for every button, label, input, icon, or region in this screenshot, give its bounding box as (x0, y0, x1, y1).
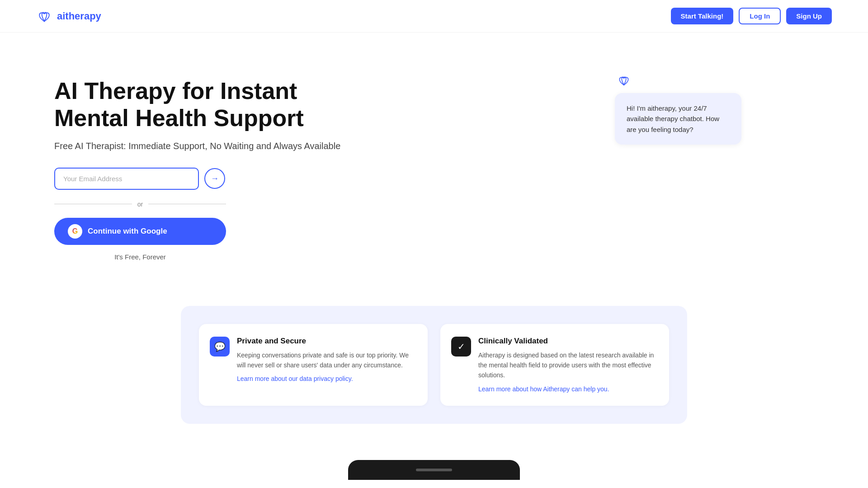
chat-bubble: Hi! I'm aitherapy, your 24/7 available t… (615, 93, 741, 145)
chat-preview: Hi! I'm aitherapy, your 24/7 available t… (615, 69, 741, 145)
phone-notch (416, 469, 452, 471)
or-divider: or (54, 201, 226, 208)
shield-chat-icon: 💬 (214, 341, 226, 352)
google-signin-button[interactable]: G Continue with Google (54, 218, 226, 245)
feature-clinical-content: ✓ Clinically Validated Aitherapy is desi… (451, 337, 658, 393)
arrow-right-icon: → (211, 174, 219, 183)
feature-card-private: 💬 Private and Secure Keeping conversatio… (199, 324, 428, 406)
feature-clinical-link[interactable]: Learn more about how Aitherapy can help … (478, 385, 609, 393)
feature-card-clinical: ✓ Clinically Validated Aitherapy is desi… (440, 324, 669, 406)
features-section: 💬 Private and Secure Keeping conversatio… (0, 288, 868, 451)
feature-private-desc: Keeping conversations private and safe i… (237, 350, 417, 371)
checkmark-icon: ✓ (458, 341, 465, 352)
signup-button[interactable]: Sign Up (786, 8, 832, 24)
email-input[interactable] (54, 168, 199, 190)
login-button[interactable]: Log In (739, 8, 781, 24)
hero-title: AI Therapy for Instant Mental Health Sup… (54, 78, 371, 132)
chat-lotus-icon (617, 73, 631, 88)
feature-private-content: 💬 Private and Secure Keeping conversatio… (210, 337, 417, 383)
hero-section: AI Therapy for Instant Mental Health Sup… (0, 33, 868, 288)
phone-bar (348, 460, 520, 480)
feature-clinical-title: Clinically Validated (478, 337, 658, 346)
features-container: 💬 Private and Secure Keeping conversatio… (181, 306, 687, 424)
free-label: It's Free, Forever (54, 253, 226, 261)
feature-private-link[interactable]: Learn more about our data privacy policy… (237, 375, 353, 382)
start-talking-button[interactable]: Start Talking! (671, 8, 734, 24)
feature-clinical-text: Clinically Validated Aitherapy is design… (478, 337, 658, 393)
google-icon: G (68, 224, 82, 239)
feature-clinical-desc: Aitherapy is designed based on the lates… (478, 350, 658, 380)
svg-point-1 (623, 84, 624, 85)
chat-message: Hi! I'm aitherapy, your 24/7 available t… (627, 104, 719, 133)
svg-point-0 (43, 20, 45, 22)
google-btn-label: Continue with Google (88, 227, 167, 236)
divider-line-right (148, 204, 226, 204)
header: aitherapy Start Talking! Log In Sign Up (0, 0, 868, 33)
logo-text: aitherapy (57, 10, 101, 22)
header-buttons: Start Talking! Log In Sign Up (671, 8, 832, 24)
private-icon-box: 💬 (210, 337, 230, 357)
hero-subtitle: Free AI Therapist: Immediate Support, No… (54, 141, 371, 151)
logo: aitherapy (36, 8, 101, 24)
hero-left: AI Therapy for Instant Mental Health Sup… (54, 69, 371, 261)
feature-private-title: Private and Secure (237, 337, 417, 346)
or-text: or (137, 201, 143, 208)
phone-hint (0, 451, 868, 488)
divider-line-left (54, 204, 132, 204)
email-submit-button[interactable]: → (204, 168, 225, 189)
google-g-letter: G (72, 227, 78, 235)
email-row: → (54, 168, 371, 190)
lotus-logo-icon (36, 8, 52, 24)
clinical-icon-box: ✓ (451, 337, 471, 357)
feature-private-text: Private and Secure Keeping conversations… (237, 337, 417, 383)
